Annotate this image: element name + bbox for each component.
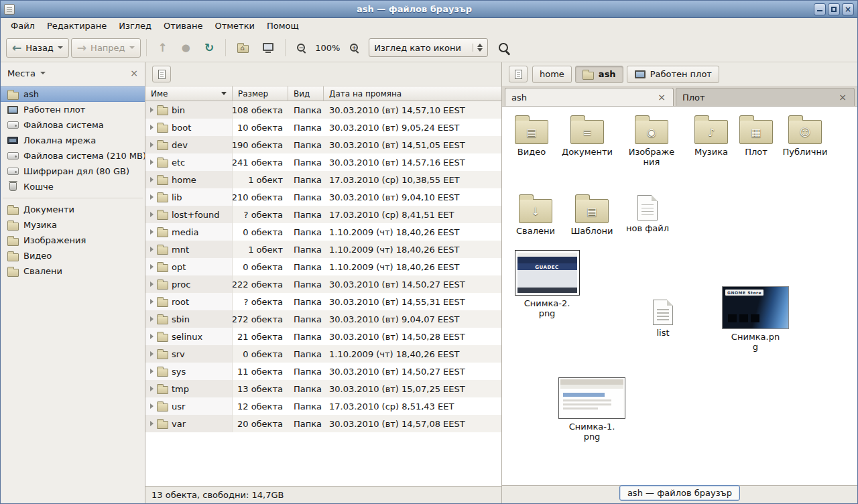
places-dropdown-icon[interactable]: [40, 72, 46, 74]
table-row[interactable]: tmp13 обектаПапка30.03.2010 (вт) 15,07,2…: [145, 380, 501, 397]
cell-size: 13 обекта: [233, 380, 288, 397]
table-row[interactable]: sys11 обектаПапка30.03.2010 (вт) 14,50,2…: [145, 363, 501, 380]
zoom-out-button[interactable]: −: [291, 40, 311, 56]
sidebar-item-0[interactable]: ash: [1, 86, 145, 102]
table-row[interactable]: proc222 обектаПапка30.03.2010 (вт) 14,50…: [145, 275, 501, 293]
icon-view[interactable]: ▤Видео≡Документи◉Изображения♪Музика▦Плот…: [502, 107, 857, 486]
icon-view-item[interactable]: ◉Изображения: [622, 112, 681, 168]
tab-Плот[interactable]: Плот×: [676, 88, 855, 106]
table-row[interactable]: dev190 обектаПапка30.03.2010 (вт) 14,51,…: [145, 136, 501, 153]
expander-icon[interactable]: [150, 247, 154, 252]
stop-button[interactable]: ●: [176, 39, 196, 57]
menu-item-5[interactable]: Помощ: [261, 19, 305, 32]
table-row[interactable]: etc241 обектаПапка30.03.2010 (вт) 14,57,…: [145, 153, 501, 171]
table-row[interactable]: root? обектаПапка30.03.2010 (вт) 14,55,3…: [145, 293, 501, 310]
sidebar-item-8[interactable]: Документи: [1, 202, 145, 217]
tab-ash[interactable]: ash×: [505, 88, 674, 106]
titlebar[interactable]: ash — файлов браузър ×: [1, 1, 857, 18]
table-row[interactable]: selinux21 обектаПапка30.03.2010 (вт) 14,…: [145, 328, 501, 345]
column-header-2[interactable]: Вид: [288, 86, 324, 101]
table-row[interactable]: usr12 обектаПапка17.03.2010 (ср) 8,51,43…: [145, 397, 501, 415]
menu-item-0[interactable]: Файл: [5, 19, 41, 32]
computer-button[interactable]: [257, 39, 280, 57]
up-button[interactable]: ↑: [152, 38, 174, 58]
sidebar-item-6[interactable]: Кошче: [1, 179, 145, 194]
expander-icon[interactable]: [150, 421, 154, 426]
menu-item-3[interactable]: Отиване: [158, 19, 208, 32]
icon-view-item[interactable]: GNOME StoreСнимка.png: [722, 286, 789, 353]
forward-button[interactable]: → Напред: [71, 38, 141, 58]
expander-icon[interactable]: [150, 281, 154, 287]
icon-view-item[interactable]: Снимка-1.png: [558, 377, 625, 442]
sidebar-item-9[interactable]: Музика: [1, 217, 145, 233]
expander-icon[interactable]: [150, 334, 154, 339]
taskbar-window-button[interactable]: ash — файлов браузър: [619, 485, 740, 501]
reload-button[interactable]: ↻: [198, 38, 220, 58]
table-row[interactable]: sbin272 обектаПапка30.03.2010 (вт) 9,04,…: [145, 310, 501, 328]
close-button[interactable]: ×: [842, 3, 854, 15]
path-button-0[interactable]: home: [532, 66, 572, 83]
expander-icon[interactable]: [150, 299, 154, 304]
menu-item-1[interactable]: Редактиране: [41, 19, 113, 32]
sidebar-item-1[interactable]: Работен плот: [1, 102, 145, 117]
expander-icon[interactable]: [150, 125, 154, 130]
table-row[interactable]: mnt1 обектПапка1.10.2009 (чт) 18,40,26 E…: [145, 241, 501, 258]
expander-icon[interactable]: [150, 194, 154, 200]
icon-view-item[interactable]: ▤Шаблони: [562, 191, 621, 237]
expander-icon[interactable]: [150, 369, 154, 374]
column-header-0[interactable]: Име: [145, 86, 233, 101]
table-row[interactable]: var20 обектаПапка30.03.2010 (вт) 14,57,0…: [145, 415, 501, 432]
icon-view-item[interactable]: ≡Документи: [558, 112, 617, 158]
table-row[interactable]: opt0 обектаПапка1.10.2009 (чт) 18,40,26 …: [145, 258, 501, 275]
table-row[interactable]: lib210 обектаПапка30.03.2010 (вт) 9,04,1…: [145, 188, 501, 206]
zoom-in-button[interactable]: +: [344, 40, 364, 56]
expander-icon[interactable]: [150, 229, 154, 235]
table-row[interactable]: home1 обектПапка17.03.2010 (ср) 10,38,55…: [145, 171, 501, 188]
table-row[interactable]: lost+found? обектаПапка17.03.2010 (ср) 8…: [145, 206, 501, 223]
tab-close-button[interactable]: ×: [837, 92, 848, 103]
icon-view-item[interactable]: list: [633, 296, 692, 338]
expander-icon[interactable]: [150, 107, 154, 113]
sidebar-item-12[interactable]: Свалени: [1, 263, 145, 279]
location-toggle-button[interactable]: [152, 66, 171, 82]
sidebar-item-11[interactable]: Видео: [1, 248, 145, 263]
icon-view-item[interactable]: нов файл: [618, 191, 677, 234]
expander-icon[interactable]: [150, 351, 154, 357]
table-row[interactable]: srv0 обектаПапка1.10.2009 (чт) 18,40,26 …: [145, 345, 501, 363]
tab-close-button[interactable]: ×: [656, 92, 667, 103]
expander-icon[interactable]: [150, 212, 154, 217]
minimize-button[interactable]: [814, 3, 826, 15]
menu-item-2[interactable]: Изглед: [113, 19, 158, 32]
back-button[interactable]: ← Назад: [6, 38, 69, 58]
column-header-3[interactable]: Дата на промяна: [324, 86, 501, 101]
sidebar-item-10[interactable]: Изображения: [1, 233, 145, 248]
expander-icon[interactable]: [150, 316, 154, 322]
table-row[interactable]: media0 обектаПапка1.10.2009 (чт) 18,40,2…: [145, 223, 501, 241]
sidebar-item-4[interactable]: Файлова система (210 MB): [1, 148, 145, 164]
icon-view-item[interactable]: GUADECСнимка-2.png: [513, 250, 580, 319]
sidebar-item-2[interactable]: Файлова система: [1, 117, 145, 133]
column-header-1[interactable]: Размер: [233, 86, 288, 101]
icon-view-item[interactable]: ☺Публични: [776, 112, 835, 158]
icon-view-item[interactable]: ↓Свалени: [506, 191, 565, 237]
expander-icon[interactable]: [150, 386, 154, 391]
expander-icon[interactable]: [150, 403, 154, 409]
icon-view-item[interactable]: ▤Видео: [502, 112, 561, 158]
sidebar-close-button[interactable]: ×: [130, 68, 138, 78]
table-row[interactable]: bin108 обектаПапка30.03.2010 (вт) 14,57,…: [145, 101, 501, 119]
menu-item-4[interactable]: Отметки: [208, 19, 260, 32]
path-button-1[interactable]: ash: [575, 66, 623, 83]
location-toggle-button-2[interactable]: [509, 66, 528, 82]
expander-icon[interactable]: [150, 142, 154, 147]
view-mode-select[interactable]: Изглед като икони: [369, 38, 488, 57]
table-row[interactable]: boot10 обектаПапка30.03.2010 (вт) 9,05,2…: [145, 119, 501, 136]
path-button-2[interactable]: Работен плот: [627, 66, 719, 83]
expander-icon[interactable]: [150, 177, 154, 182]
expander-icon[interactable]: [150, 160, 154, 165]
maximize-button[interactable]: [828, 3, 840, 15]
sidebar-item-3[interactable]: Локална мрежа: [1, 133, 145, 148]
search-button[interactable]: [493, 39, 514, 56]
home-button[interactable]: ⌂: [231, 38, 255, 57]
expander-icon[interactable]: [150, 264, 154, 269]
sidebar-item-5[interactable]: Шифриран дял (80 GB): [1, 164, 145, 179]
